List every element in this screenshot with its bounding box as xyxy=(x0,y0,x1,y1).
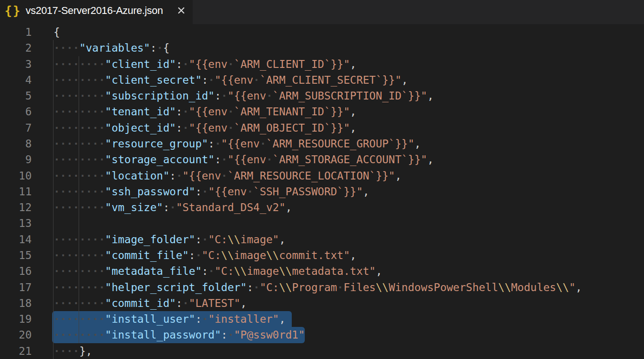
code-line-content: ········"subscription_id":·"{{env·`ARM_S… xyxy=(32,88,434,104)
line-number: 12 xyxy=(0,199,32,215)
line-number: 14 xyxy=(0,232,32,247)
code-line-content: ········"commit_file":·"C:\\image\\commi… xyxy=(32,247,356,263)
code-line[interactable]: 20········"install_password":·"P@ssw0rd1… xyxy=(0,327,644,343)
code-line-content: ········"tenant_id":·"{{env·`ARM_TENANT_… xyxy=(32,104,356,120)
code-line-content xyxy=(32,215,54,231)
code-line[interactable]: 7········"object_id":·"{{env·`ARM_OBJECT… xyxy=(0,120,644,136)
code-line[interactable]: 14········"image_folder":·"C:\\image", xyxy=(0,232,644,247)
code-line-content: ········"helper_script_folder":·"C:\\Pro… xyxy=(32,279,582,295)
line-number: 5 xyxy=(0,88,32,104)
tab-bar: {} vs2017-Server2016-Azure.json xyxy=(0,0,644,24)
code-line[interactable]: 15········"commit_file":·"C:\\image\\com… xyxy=(0,247,644,263)
line-number: 6 xyxy=(0,104,32,120)
code-line-content: ········"image_folder":·"C:\\image", xyxy=(32,232,286,247)
code-line[interactable]: 5········"subscription_id":·"{{env·`ARM_… xyxy=(0,88,644,104)
tab-vs2017-server2016-azure-json[interactable]: {} vs2017-Server2016-Azure.json xyxy=(0,0,193,24)
code-line[interactable]: 10········"location":·"{{env·`ARM_RESOUR… xyxy=(0,168,644,184)
close-icon xyxy=(177,7,185,14)
code-line-content: ········"install_password":·"P@ssw0rd1" xyxy=(32,327,305,343)
code-line-content: ········"resource_group":·"{{env·`ARM_RE… xyxy=(32,136,421,152)
line-number: 21 xyxy=(0,343,32,359)
code-line-content: ········"client_secret":·"{{env·`ARM_CLI… xyxy=(32,72,408,88)
line-number: 1 xyxy=(0,24,32,40)
code-line[interactable]: 2····"variables":·{ xyxy=(0,40,644,56)
line-number: 10 xyxy=(0,168,32,184)
code-line[interactable]: 16········"metadata_file":·"C:\\image\\m… xyxy=(0,263,644,279)
code-line-content: ····"variables":·{ xyxy=(32,40,169,56)
line-number: 19 xyxy=(0,311,32,327)
line-number: 8 xyxy=(0,136,32,152)
code-line[interactable]: 18········"commit_id":·"LATEST", xyxy=(0,295,644,311)
code-line[interactable]: 6········"tenant_id":·"{{env·`ARM_TENANT… xyxy=(0,104,644,120)
line-number: 13 xyxy=(0,215,32,231)
code-line[interactable]: 13 xyxy=(0,215,644,231)
code-line[interactable]: 19········"install_user":·"installer", xyxy=(0,311,644,327)
code-line-content: ····}, xyxy=(32,343,92,359)
line-number: 7 xyxy=(0,120,32,136)
line-number: 3 xyxy=(0,56,32,72)
tab-close-button[interactable] xyxy=(176,6,186,16)
code-line-content: ········"ssh_password":·"{{env·`SSH_PASS… xyxy=(32,184,369,199)
line-number: 18 xyxy=(0,295,32,311)
code-line-content: { xyxy=(32,24,60,40)
editor-code-area[interactable]: 1{2····"variables":·{3········"client_id… xyxy=(0,24,644,359)
code-line[interactable]: 11········"ssh_password":·"{{env·`SSH_PA… xyxy=(0,184,644,199)
code-line[interactable]: 9········"storage_account":·"{{env·`ARM_… xyxy=(0,152,644,167)
code-line-content: ········"metadata_file":·"C:\\image\\met… xyxy=(32,263,382,279)
code-line[interactable]: 4········"client_secret":·"{{env·`ARM_CL… xyxy=(0,72,644,88)
line-number: 2 xyxy=(0,40,32,56)
code-line[interactable]: 3········"client_id":·"{{env·`ARM_CLIENT… xyxy=(0,56,644,72)
line-number: 20 xyxy=(0,327,32,343)
code-line[interactable]: 8········"resource_group":·"{{env·`ARM_R… xyxy=(0,136,644,152)
code-line-content: ········"object_id":·"{{env·`ARM_OBJECT_… xyxy=(32,120,356,136)
code-line-content: ········"storage_account":·"{{env·`ARM_S… xyxy=(32,152,434,167)
line-number: 15 xyxy=(0,247,32,263)
code-line-content: ········"commit_id":·"LATEST", xyxy=(32,295,247,311)
code-line[interactable]: 1{ xyxy=(0,24,644,40)
line-number: 4 xyxy=(0,72,32,88)
tab-title: vs2017-Server2016-Azure.json xyxy=(26,5,163,17)
code-line-content: ········"client_id":·"{{env·`ARM_CLIENT_… xyxy=(32,56,356,72)
code-line[interactable]: 12········"vm_size":·"Standard_DS4_v2", xyxy=(0,199,644,215)
code-lines: 1{2····"variables":·{3········"client_id… xyxy=(0,24,644,359)
code-line-content: ········"location":·"{{env·`ARM_RESOURCE… xyxy=(32,168,402,184)
line-number: 11 xyxy=(0,184,32,199)
line-number: 9 xyxy=(0,152,32,167)
code-line-content: ········"vm_size":·"Standard_DS4_v2", xyxy=(32,199,292,215)
line-number: 16 xyxy=(0,263,32,279)
json-file-icon: {} xyxy=(5,4,21,18)
code-line-content: ········"install_user":·"installer", xyxy=(32,311,286,327)
code-line[interactable]: 21····}, xyxy=(0,343,644,359)
code-line[interactable]: 17········"helper_script_folder":·"C:\\P… xyxy=(0,279,644,295)
line-number: 17 xyxy=(0,279,32,295)
